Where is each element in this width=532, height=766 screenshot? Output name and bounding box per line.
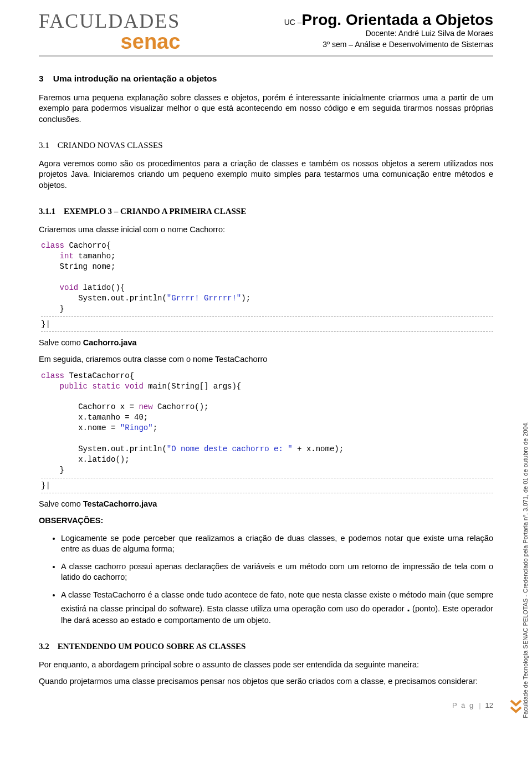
docente-line: Docente: André Luiz Silva de Moraes xyxy=(284,29,493,38)
footer-label: P á g xyxy=(452,701,474,709)
section-3-1-1-title: EXEMPLO 3 – CRIANDO A PRIMEIRA CLASSE xyxy=(64,207,246,216)
uc-title: Prog. Orientada a Objetos xyxy=(302,11,493,28)
section-3-2-num: 3.2 xyxy=(39,642,49,651)
save-testa-file: TestaCachorro.java xyxy=(83,499,157,508)
obs-item-2: A classe cachorro possui apenas declaraç… xyxy=(61,561,493,583)
obs-item-3: A classe TestaCachorro é a classe onde t… xyxy=(61,590,493,626)
section-3-1-1-para-1: Criaremos uma classe inicial com o nome … xyxy=(39,224,493,236)
section-3-2-para-1: Por enquanto, a abordagem principal sobr… xyxy=(39,660,493,671)
section-3-num: 3 xyxy=(39,74,44,83)
section-3-1-1-heading: 3.1.1 EXEMPLO 3 – CRIANDO A PRIMEIRA CLA… xyxy=(39,206,493,217)
section-3-2-heading: 3.2 ENTENDENDO UM POUCO SOBRE AS CLASSES xyxy=(39,641,493,652)
observacoes-list: Logicamente se pode perceber que realiza… xyxy=(39,533,493,626)
save-cachorro-file: Cachorro.java xyxy=(83,338,137,347)
page-header: FACULDADES senac UC –Prog. Orientada a O… xyxy=(39,11,493,57)
page-footer: P á g | 12 xyxy=(39,701,493,709)
footer-page-number: 12 xyxy=(485,701,493,709)
logo-bottom-text: senac xyxy=(39,31,180,52)
document-body: 3 Uma introdução na orientação a objetos… xyxy=(39,73,493,687)
code-testacachorro: class TestaCachorro{ public static void … xyxy=(41,371,493,494)
section-3-heading: 3 Uma introdução na orientação a objetos xyxy=(39,73,493,85)
section-3-1-heading: 3.1 CRIANDO NOVAS CLASSES xyxy=(39,140,493,151)
section-3-1-para-1: Agora veremos como são os procedimentos … xyxy=(39,159,493,191)
header-right: UC –Prog. Orientada a Objetos Docente: A… xyxy=(284,11,493,49)
logo-top-text: FACULDADES xyxy=(39,11,180,31)
section-3-title: Uma introdução na orientação a objetos xyxy=(53,74,217,83)
section-3-para-1: Faremos uma pequena explanação sobre cla… xyxy=(39,93,493,125)
chevron-down-icon xyxy=(510,699,522,715)
semester-line: 3º sem – Análise e Desenvolvimento de Si… xyxy=(284,40,493,49)
create-testa-line: Em seguida, criaremos outra classe com o… xyxy=(39,354,493,365)
observacoes-heading: OBSERVAÇÕES: xyxy=(39,515,493,527)
section-3-2-para-2: Quando projetarmos uma classe precisamos… xyxy=(39,676,493,687)
sidebar-credit: Faculdade de Tecnologia SENAC PELOTAS - … xyxy=(522,421,529,718)
code-cachorro: class Cachorro{ int tamanho; String nome… xyxy=(41,241,493,332)
section-3-1-1-num: 3.1.1 xyxy=(39,207,55,216)
footer-separator: | xyxy=(479,701,480,709)
obs-item-1: Logicamente se pode perceber que realiza… xyxy=(61,533,493,555)
section-3-2-title: ENTENDENDO UM POUCO SOBRE AS CLASSES xyxy=(58,642,246,651)
uc-prefix: UC – xyxy=(284,18,302,27)
save-cachorro-line: Salve como Cachorro.java xyxy=(39,338,493,349)
save-testa-line: Salve como TestaCachorro.java xyxy=(39,499,493,510)
section-3-1-num: 3.1 xyxy=(39,141,49,150)
section-3-1-title: CRIANDO NOVAS CLASSES xyxy=(58,141,163,150)
logo: FACULDADES senac xyxy=(39,11,180,52)
